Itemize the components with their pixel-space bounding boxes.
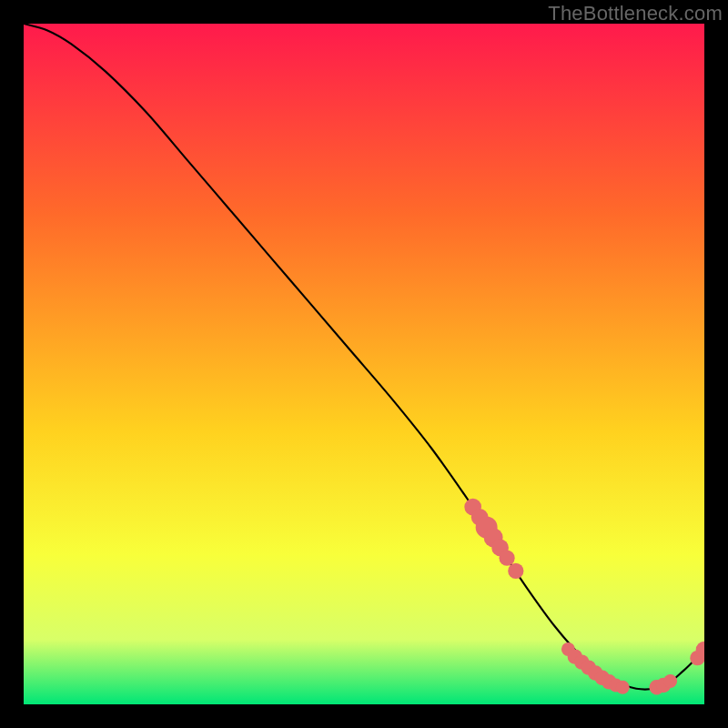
- data-marker: [499, 551, 514, 566]
- plot-area: [24, 24, 704, 704]
- data-marker: [663, 674, 677, 688]
- watermark-text: TheBottleneck.com: [548, 2, 723, 25]
- chart-svg: [24, 24, 704, 704]
- data-marker: [508, 563, 523, 579]
- chart-stage: TheBottleneck.com: [0, 0, 728, 728]
- data-marker: [616, 681, 630, 694]
- gradient-panel: [24, 24, 704, 704]
